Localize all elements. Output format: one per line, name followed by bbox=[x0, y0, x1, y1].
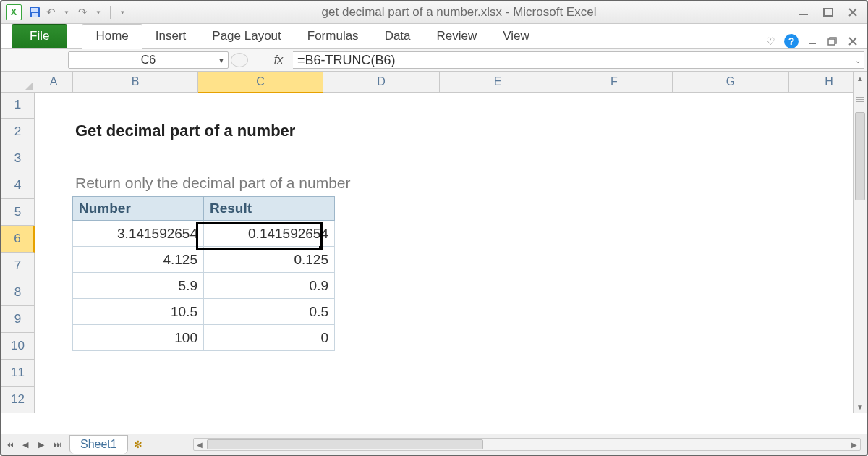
svg-rect-2 bbox=[32, 13, 38, 17]
hscroll-thumb[interactable] bbox=[207, 439, 483, 449]
cell-B8[interactable]: 5.9 bbox=[73, 273, 204, 299]
ribbon-minimize-icon[interactable]: ♡ bbox=[764, 35, 777, 48]
vscroll-thumb[interactable] bbox=[855, 112, 865, 200]
redo-icon[interactable]: ↷ bbox=[75, 5, 90, 20]
row-headers: 123456789101112 bbox=[1, 92, 35, 413]
new-sheet-icon[interactable]: ✻ bbox=[134, 439, 142, 450]
name-box[interactable]: C6 ▼ bbox=[68, 51, 229, 69]
cell-C9[interactable]: 0.5 bbox=[204, 299, 335, 325]
formula-bar: C6 ▼ fx =B6-TRUNC(B6) ⌄ bbox=[1, 49, 867, 72]
cell-C6[interactable]: 0.141592654 bbox=[204, 221, 335, 247]
help-icon[interactable]: ? bbox=[784, 34, 799, 48]
spreadsheet-grid: ABCDEFGH 123456789101112 Get decimal par… bbox=[1, 72, 867, 413]
tab-page-layout[interactable]: Page Layout bbox=[199, 25, 294, 48]
row-header-12[interactable]: 12 bbox=[1, 387, 35, 413]
tab-insert[interactable]: Insert bbox=[142, 25, 200, 48]
cancel-formula-icon bbox=[231, 53, 248, 67]
name-box-dropdown-icon[interactable]: ▼ bbox=[218, 56, 225, 64]
select-all-corner[interactable] bbox=[1, 72, 35, 93]
svg-rect-4 bbox=[824, 9, 833, 16]
sheet-tab-bar: ⏮ ◀ ▶ ⏭ Sheet1 ✻ ◀ ▶ bbox=[1, 434, 867, 455]
cell-C10[interactable]: 0 bbox=[204, 325, 335, 351]
cell-B9[interactable]: 10.5 bbox=[73, 299, 204, 325]
cell-B7[interactable]: 4.125 bbox=[73, 247, 204, 273]
col-header-C[interactable]: C bbox=[198, 72, 323, 93]
horizontal-scrollbar[interactable]: ◀ ▶ bbox=[193, 438, 861, 451]
excel-icon: X bbox=[6, 4, 22, 20]
window-title: get decimal part of a number.xlsx - Micr… bbox=[129, 5, 788, 20]
maximize-button[interactable] bbox=[819, 6, 838, 19]
formula-text: =B6-TRUNC(B6) bbox=[297, 53, 396, 68]
col-header-B[interactable]: B bbox=[73, 72, 198, 93]
workbook-minimize-icon[interactable] bbox=[806, 35, 819, 48]
fx-icon[interactable]: fx bbox=[264, 49, 293, 71]
row-header-1[interactable]: 1 bbox=[1, 92, 35, 119]
formula-expand-icon[interactable]: ⌄ bbox=[855, 56, 861, 64]
data-table: Number Result 3.1415926540.141592654 4.1… bbox=[72, 196, 335, 351]
cell-C8[interactable]: 0.9 bbox=[204, 273, 335, 299]
tab-data[interactable]: Data bbox=[372, 25, 424, 48]
save-icon[interactable] bbox=[27, 5, 42, 20]
cell-B10[interactable]: 100 bbox=[73, 325, 204, 351]
row-header-3[interactable]: 3 bbox=[1, 145, 35, 172]
ribbon-tabs: File Home Insert Page Layout Formulas Da… bbox=[1, 24, 867, 49]
workbook-close-icon[interactable] bbox=[846, 35, 859, 48]
split-grip[interactable] bbox=[856, 89, 864, 109]
redo-dropdown-icon[interactable]: ▼ bbox=[91, 5, 106, 20]
minimize-button[interactable] bbox=[794, 6, 813, 19]
cells-area[interactable]: Get decimal part of a number Return only… bbox=[35, 92, 854, 413]
scroll-left-icon[interactable]: ◀ bbox=[194, 441, 205, 449]
row-header-9[interactable]: 9 bbox=[1, 306, 35, 333]
scroll-right-icon[interactable]: ▶ bbox=[848, 441, 860, 449]
row-header-5[interactable]: 5 bbox=[1, 199, 35, 226]
sheet-title: Get decimal part of a number bbox=[72, 118, 506, 144]
tab-view[interactable]: View bbox=[490, 25, 542, 48]
scroll-up-icon[interactable]: ▲ bbox=[854, 72, 867, 85]
row-header-2[interactable]: 2 bbox=[1, 119, 35, 145]
svg-marker-12 bbox=[25, 82, 33, 90]
scroll-down-icon[interactable]: ▼ bbox=[854, 400, 867, 413]
sheet-subtitle: Return only the decimal part of a number bbox=[72, 170, 506, 196]
sheet-nav-last-icon[interactable]: ⏭ bbox=[49, 436, 65, 452]
qat-separator bbox=[110, 6, 111, 19]
cell-B6[interactable]: 3.141592654 bbox=[73, 221, 204, 247]
row-header-6[interactable]: 6 bbox=[1, 226, 35, 253]
col-header-G[interactable]: G bbox=[673, 72, 789, 93]
sheet-nav-next-icon[interactable]: ▶ bbox=[33, 436, 49, 452]
row-header-11[interactable]: 11 bbox=[1, 360, 35, 387]
sheet-tab-sheet1[interactable]: Sheet1 bbox=[69, 435, 128, 454]
col-number-header: Number bbox=[73, 197, 204, 221]
col-header-A[interactable]: A bbox=[35, 72, 73, 93]
qat-customize-icon[interactable]: ▾ bbox=[115, 5, 129, 20]
sheet-nav-first-icon[interactable]: ⏮ bbox=[1, 436, 17, 452]
row-header-4[interactable]: 4 bbox=[1, 172, 35, 199]
tab-home[interactable]: Home bbox=[82, 24, 142, 49]
cell-C7[interactable]: 0.125 bbox=[204, 247, 335, 273]
file-tab[interactable]: File bbox=[12, 24, 67, 48]
svg-rect-1 bbox=[31, 8, 38, 12]
close-button[interactable] bbox=[843, 6, 862, 19]
name-box-value: C6 bbox=[141, 54, 156, 67]
undo-dropdown-icon[interactable]: ▼ bbox=[59, 5, 74, 20]
title-bar: X ↶ ▼ ↷ ▼ ▾ get decimal part of a number… bbox=[1, 1, 867, 24]
vertical-scrollbar[interactable]: ▲ ▼ bbox=[853, 72, 867, 413]
tab-formulas[interactable]: Formulas bbox=[294, 25, 372, 48]
svg-rect-9 bbox=[828, 39, 835, 45]
column-headers: ABCDEFGH bbox=[35, 72, 854, 92]
formula-input[interactable]: =B6-TRUNC(B6) ⌄ bbox=[293, 51, 864, 69]
workbook-restore-icon[interactable] bbox=[826, 35, 839, 48]
row-header-8[interactable]: 8 bbox=[1, 279, 35, 306]
row-header-10[interactable]: 10 bbox=[1, 333, 35, 360]
col-result-header: Result bbox=[204, 197, 335, 221]
tab-review[interactable]: Review bbox=[424, 25, 490, 48]
col-header-D[interactable]: D bbox=[323, 72, 440, 93]
row-header-7[interactable]: 7 bbox=[1, 253, 35, 279]
undo-icon[interactable]: ↶ bbox=[43, 5, 58, 20]
col-header-F[interactable]: F bbox=[556, 72, 673, 93]
sheet-nav-prev-icon[interactable]: ◀ bbox=[17, 436, 33, 452]
col-header-E[interactable]: E bbox=[440, 72, 556, 93]
